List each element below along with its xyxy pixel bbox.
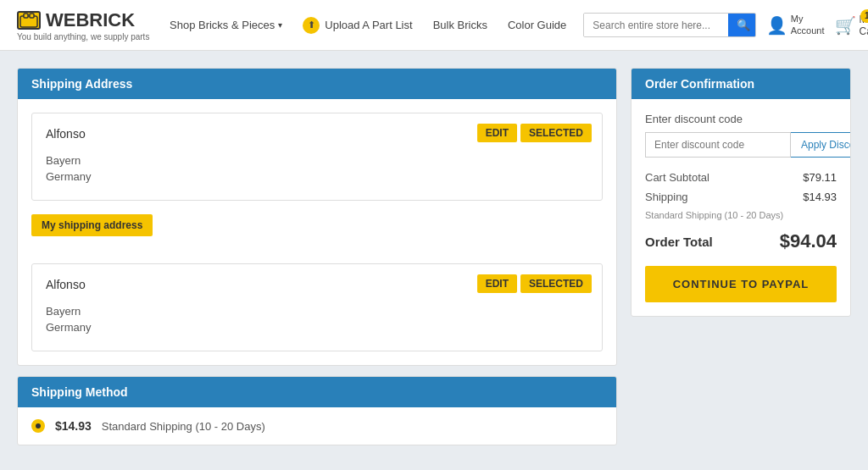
address-2-city: Bayern [46,305,588,318]
header: WEBRICK You build anything, we supply pa… [0,0,868,51]
cart-subtotal-value: $79.11 [803,171,837,184]
left-panel: Shipping Address EDIT SELECTED Alfonso B… [17,68,617,445]
search-button[interactable]: 🔍 [728,14,755,36]
address-2-actions: EDIT SELECTED [477,274,592,293]
cart-badge: 1 [860,9,868,23]
order-confirmation-card: Order Confirmation Enter discount code A… [631,68,851,317]
chevron-down-icon: ▾ [278,20,282,30]
shipping-price: $14.93 [55,419,92,433]
discount-row: Apply Discount [645,132,837,158]
shipping-radio[interactable] [31,419,45,433]
cart-icon: 🛒 [835,15,856,36]
shipping-address-section: Shipping Address EDIT SELECTED Alfonso B… [17,68,617,366]
address-card-2: EDIT SELECTED Alfonso Bayern Germany [31,263,603,351]
logo-icon [17,11,41,30]
logo[interactable]: WEBRICK [17,9,135,31]
address-2-country: Germany [46,321,588,334]
order-total-value: $94.04 [780,230,837,252]
cart-subtotal-line: Cart Subtotal $79.11 [645,171,837,184]
svg-rect-2 [30,14,34,18]
address-1-city: Bayern [46,154,588,167]
address-1-selected-button[interactable]: SELECTED [520,124,592,142]
account-label: MyAccount [791,14,825,36]
account-area[interactable]: 👤 MyAccount [766,14,825,36]
order-total-label: Order Total [645,235,713,249]
account-icon: 👤 [766,15,787,36]
address-1-actions: EDIT SELECTED [477,124,592,142]
upload-icon: ⬆ [303,17,320,34]
discount-input[interactable] [645,132,791,158]
nav-links: Shop Bricks & Pieces ▾ ⬆ Upload A Part L… [170,17,566,34]
shipping-method-section: Shipping Method $14.93 Standard Shipping… [17,376,617,445]
shipping-line: Shipping $14.93 [645,191,837,203]
radio-inner [36,423,41,429]
order-total-row: Order Total $94.04 [645,230,837,252]
nav-shop[interactable]: Shop Bricks & Pieces ▾ [170,19,282,31]
shipping-method-header: Shipping Method [18,377,616,407]
svg-rect-0 [20,16,37,27]
shipping-address-header: Shipping Address [18,69,616,99]
continue-to-paypal-button[interactable]: CONTINUE TO PAYPAL [645,266,837,302]
discount-label: Enter discount code [645,113,837,125]
shipping-description: Standard Shipping (10 - 20 Days) [102,420,265,433]
shipping-note: Standard Shipping (10 - 20 Days) [645,210,837,220]
order-confirmation-header: Order Confirmation [632,69,850,99]
shipping-method-body: $14.93 Standard Shipping (10 - 20 Days) [18,407,616,445]
address-1-country: Germany [46,170,588,183]
my-shipping-address-button[interactable]: My shipping address [31,214,153,236]
right-panel: Order Confirmation Enter discount code A… [631,68,851,445]
search-box: 🔍 [583,13,755,37]
logo-tagline: You build anything, we supply parts [17,32,149,41]
shipping-method-row: $14.93 Standard Shipping (10 - 20 Days) [18,407,616,445]
apply-discount-button[interactable]: Apply Discount [791,132,851,158]
logo-area: WEBRICK You build anything, we supply pa… [17,9,153,41]
nav-bulk[interactable]: Bulk Bricks [433,19,487,31]
nav-color[interactable]: Color Guide [508,19,566,31]
address-2-selected-button[interactable]: SELECTED [520,274,592,293]
search-input[interactable] [584,14,728,36]
shipping-label: Shipping [645,191,688,203]
address-2-edit-button[interactable]: EDIT [477,274,517,293]
header-right: 🔍 👤 MyAccount 🛒 1 My Cart [583,13,868,37]
cart-subtotal-label: Cart Subtotal [645,171,709,184]
nav-upload[interactable]: ⬆ Upload A Part List [303,17,412,34]
main-content: Shipping Address EDIT SELECTED Alfonso B… [0,51,868,462]
address-card-1: EDIT SELECTED Alfonso Bayern Germany [31,113,603,201]
shipping-value: $14.93 [803,191,837,203]
shipping-address-body: EDIT SELECTED Alfonso Bayern Germany My … [18,113,616,351]
address-1-edit-button[interactable]: EDIT [477,124,517,142]
svg-rect-1 [24,14,28,18]
order-confirmation-body: Enter discount code Apply Discount Cart … [632,99,850,316]
cart-area[interactable]: 🛒 1 My Cart [835,14,869,37]
